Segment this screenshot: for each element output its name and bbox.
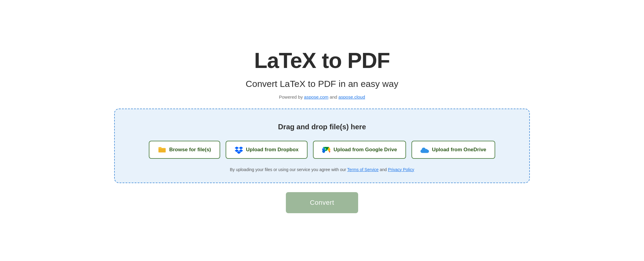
onedrive-icon — [420, 146, 429, 154]
folder-icon — [158, 146, 166, 154]
gdrive-button[interactable]: Upload from Google Drive — [313, 141, 406, 159]
terms-of-service-link[interactable]: Terms of Service — [347, 167, 379, 172]
drop-zone[interactable]: Drag and drop file(s) here Browse for fi… — [114, 109, 530, 183]
page-title: LaTeX to PDF — [114, 48, 530, 73]
page-subtitle: Convert LaTeX to PDF in an easy way — [114, 79, 530, 89]
terms-text: By uploading your files or using our ser… — [127, 167, 517, 172]
upload-buttons-container: Browse for file(s) Upload from Dropbox — [127, 141, 517, 159]
dropbox-button[interactable]: Upload from Dropbox — [226, 141, 308, 159]
convert-button[interactable]: Convert — [286, 192, 358, 213]
aspose-cloud-link[interactable]: aspose.cloud — [339, 94, 365, 100]
aspose-com-link[interactable]: aspose.com — [304, 94, 328, 100]
browse-button[interactable]: Browse for file(s) — [149, 141, 220, 159]
dropbox-icon — [235, 146, 243, 154]
onedrive-button[interactable]: Upload from OneDrive — [411, 141, 495, 159]
gdrive-icon — [322, 146, 330, 154]
privacy-policy-link[interactable]: Privacy Policy — [388, 167, 414, 172]
page-container: LaTeX to PDF Convert LaTeX to PDF in an … — [96, 36, 548, 225]
drop-label: Drag and drop file(s) here — [127, 123, 517, 131]
powered-by-text: Powered by aspose.com and aspose.cloud — [114, 94, 530, 100]
